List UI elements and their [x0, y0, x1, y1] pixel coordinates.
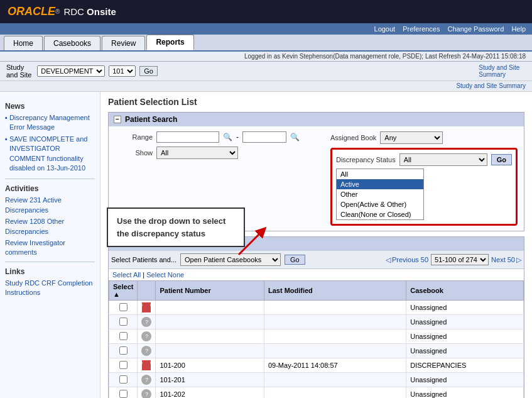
discrepancy-status-dropdown[interactable]: All [399, 153, 487, 166]
range-row: Range 🔍 - 🔍 [115, 131, 318, 143]
prev-50-link[interactable]: ◁ Previous 50 [386, 256, 428, 264]
arrow-annotation [232, 223, 270, 262]
last-modified-5 [264, 373, 406, 387]
casebook-5: Unassigned [406, 373, 524, 387]
select-links-bar: Select All | Select None [109, 269, 524, 280]
patient-number-1 [156, 315, 264, 329]
next-icon: ▷ [516, 256, 521, 264]
sidebar-divider-2 [5, 262, 95, 262]
patient-number-5: 101-201 [156, 373, 264, 387]
tooltip-text: Use the drop down to select the discrepa… [117, 216, 225, 238]
tab-home[interactable]: Home [4, 36, 43, 50]
study-site-summary-link[interactable]: Study and Site Summary [479, 64, 521, 78]
option-open[interactable]: Open(Active & Other) [337, 199, 423, 209]
svg-line-1 [239, 231, 263, 255]
oracle-logo: ORACLE [8, 5, 55, 18]
patient-search-header: − Patient Search [109, 113, 524, 126]
news-link-1[interactable]: Discrepancy Management Error Message [9, 113, 95, 133]
last-modified-4: 09-May-2011 14:08:57 [264, 358, 406, 373]
table-header-row: Select ▲ Patient Number Last Modified Ca… [109, 281, 524, 301]
patient-number-4: 101-200 [156, 358, 264, 373]
table-row: ?Unassigned [109, 344, 524, 358]
row-checkbox-1[interactable] [119, 318, 128, 326]
study-site-summary-link2[interactable]: Study and Site Summary [456, 82, 526, 89]
last-modified-6 [264, 387, 406, 399]
select-all-link[interactable]: Select All [112, 271, 141, 279]
select-patients-label: Select Patients and... [111, 256, 176, 263]
range-start-input[interactable] [156, 131, 219, 143]
search-icon-range2[interactable]: 🔍 [290, 133, 300, 141]
patient-number-6: 101-202 [156, 387, 264, 399]
row-checkbox-4[interactable] [119, 361, 128, 369]
option-active[interactable]: Active [337, 179, 423, 189]
patient-icon-4 [142, 360, 151, 370]
tab-bar: Home Casebooks Review Reports [0, 35, 532, 52]
arrow-svg [232, 223, 270, 261]
select-none-link[interactable]: Select None [146, 271, 184, 279]
study-site-go-button[interactable]: Go [139, 66, 158, 76]
news-section-title: News [5, 102, 95, 111]
patients-panel: Patients Select Patients and... Open Pat… [108, 236, 524, 398]
activity-link-2[interactable]: Review 1208 Other Discrepancies [5, 217, 95, 236]
patient-search-go-button[interactable]: Go [491, 154, 512, 165]
main-layout: News ▪ Discrepancy Management Error Mess… [0, 92, 532, 398]
col-last-modified: Last Modified [264, 281, 406, 301]
assigned-book-row: Assigned Book Any Assigned Unassigned [330, 131, 518, 144]
assigned-book-dropdown[interactable]: Any Assigned Unassigned [380, 131, 443, 144]
table-row: ?101-202Unassigned [109, 387, 524, 399]
row-checkbox-5[interactable] [119, 375, 128, 384]
change-password-link[interactable]: Change Password [447, 25, 504, 33]
link-1[interactable]: Study RDC CRF Completion Instructions [5, 279, 95, 298]
option-all[interactable]: All [337, 169, 423, 179]
site-dropdown[interactable]: 101 [109, 65, 136, 77]
logout-link[interactable]: Logout [374, 25, 396, 33]
show-row: Show All Active Inactive [115, 146, 318, 159]
study-dropdown[interactable]: DEVELOPMENT [37, 65, 105, 77]
collapse-icon[interactable]: − [114, 116, 121, 123]
row-checkbox-0[interactable] [119, 303, 128, 311]
search-icon-range1[interactable]: 🔍 [223, 133, 232, 141]
app-title: RDC Onsite [63, 6, 116, 17]
activity-link-3[interactable]: Review Investigator comments [5, 238, 95, 258]
next-50-link[interactable]: Next 50 ▷ [491, 256, 521, 264]
next-label: Next 50 [491, 256, 515, 263]
patient-icon-0 [142, 302, 151, 312]
col-icon [138, 281, 156, 301]
row-checkbox-6[interactable] [119, 390, 128, 398]
row-checkbox-2[interactable] [119, 332, 128, 340]
tooltip-box: Use the drop down to select the discrepa… [107, 207, 245, 247]
option-other[interactable]: Other [337, 189, 423, 199]
patient-icon-1: ? [141, 317, 151, 327]
patient-icon-6: ? [141, 389, 151, 398]
col-select: Select ▲ [109, 281, 138, 301]
help-link[interactable]: Help [511, 25, 526, 33]
preferences-link[interactable]: Preferences [403, 25, 440, 33]
news-icon-2: ▪ [5, 135, 8, 143]
casebook-6: Unassigned [406, 387, 524, 399]
action-go-button[interactable]: Go [285, 255, 305, 265]
assigned-book-label: Assigned Book [330, 134, 376, 141]
tab-casebooks[interactable]: Casebooks [44, 36, 100, 50]
tab-reports[interactable]: Reports [146, 35, 193, 50]
links-section-title: Links [5, 267, 95, 276]
study-site-bar: Study and Site DEVELOPMENT 101 Go Study … [0, 62, 532, 81]
option-clean[interactable]: Clean(None or Closed) [337, 209, 423, 219]
news-link-2[interactable]: SAVE INCOMPLETE and INVESTIGATOR COMMENT… [9, 135, 95, 174]
status-bar: Logged in as Kevin Stephenson(Data manag… [0, 52, 532, 62]
page-range-select[interactable]: 51-100 of 274 [431, 254, 489, 265]
news-item-2: ▪ SAVE INCOMPLETE and INVESTIGATOR COMME… [5, 135, 95, 175]
show-dropdown[interactable]: All Active Inactive [156, 146, 238, 159]
activity-link-1[interactable]: Review 231 Active Discrepancies [5, 196, 95, 215]
tab-review[interactable]: Review [102, 36, 145, 50]
status-text: Logged in as Kevin Stephenson(Data manag… [244, 53, 526, 60]
activities-section-title: Activities [5, 184, 95, 193]
table-row: ?101-201Unassigned [109, 373, 524, 387]
last-modified-2 [264, 329, 406, 344]
row-checkbox-3[interactable] [119, 346, 128, 355]
range-end-input[interactable] [242, 131, 286, 143]
table-row: Unassigned [109, 301, 524, 315]
patient-number-0 [156, 301, 264, 315]
sidebar: News ▪ Discrepancy Management Error Mess… [0, 92, 100, 398]
right-form: Assigned Book Any Assigned Unassigned [330, 131, 518, 226]
patient-icon-2: ? [141, 331, 151, 341]
